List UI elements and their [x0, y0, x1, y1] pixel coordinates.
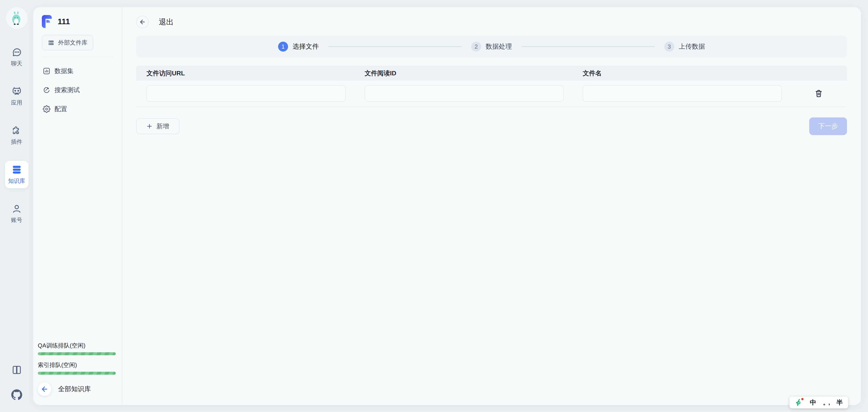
step-connector	[328, 46, 462, 47]
robot-icon	[11, 86, 22, 97]
step-data-processing: 2 数据处理	[471, 41, 512, 52]
ime-statusbar[interactable]: 中 。, 半	[789, 396, 848, 408]
rail-item-account[interactable]: 账号	[5, 200, 29, 227]
step-select-files: 1 选择文件	[278, 41, 319, 52]
kb-logo	[42, 15, 52, 28]
back-circle-button[interactable]	[38, 382, 51, 396]
step-number: 1	[278, 41, 288, 52]
all-knowledge-bases-link[interactable]: 全部知识库	[38, 382, 112, 396]
trash-icon	[815, 89, 823, 97]
rail-item-plugins[interactable]: 插件	[5, 122, 29, 149]
rail-item-label: 账号	[11, 216, 22, 224]
all-kb-label: 全部知识库	[58, 385, 91, 394]
queue-label: QA训练排队(空闲)	[38, 342, 112, 350]
rail-item-label: 应用	[11, 99, 22, 106]
rail-item-knowledge-base[interactable]: 知识库	[5, 161, 29, 188]
file-links-table: 文件访问URL 文件阅读ID 文件名	[136, 66, 847, 107]
sidebar-item-label: 搜索测试	[55, 86, 80, 94]
main-pane: 退出 1 选择文件 2 数据处理 3 上传数据 文件访问URL 文件阅读ID 文…	[122, 7, 861, 405]
avatar-creature	[8, 10, 25, 26]
step-connector	[521, 46, 655, 47]
next-step-button[interactable]: 下一步	[809, 117, 847, 135]
user-avatar[interactable]	[5, 7, 28, 29]
table-actions: 新增 下一步	[136, 117, 847, 135]
kb-sidebar-header: 111 外部文件库	[33, 7, 122, 57]
arrow-left-icon	[139, 19, 146, 25]
server-icon	[48, 39, 55, 46]
step-label: 上传数据	[679, 42, 705, 51]
sidebar-bottom: QA训练排队(空闲) 索引排队(空闲) 全部知识库	[33, 342, 122, 405]
ime-punct-mode[interactable]: 。,	[823, 399, 830, 407]
dataset-chart-icon	[43, 67, 51, 75]
sidebar-item-label: 配置	[55, 105, 67, 113]
kb-title: 111	[58, 17, 70, 26]
index-queue-progress-bar	[38, 372, 116, 375]
table-header-row: 文件访问URL 文件阅读ID 文件名	[136, 66, 847, 81]
ime-lang-mode[interactable]: 中	[810, 398, 816, 407]
exit-label: 退出	[159, 17, 174, 27]
queue-label: 索引排队(空闲)	[38, 361, 112, 369]
search-test-icon	[43, 86, 51, 94]
rail-item-chat[interactable]: 聊天	[5, 43, 29, 71]
step-label: 数据处理	[486, 42, 512, 51]
exit-back-button[interactable]	[136, 16, 149, 28]
plus-icon	[147, 123, 152, 129]
ime-width-mode[interactable]: 半	[836, 398, 843, 407]
app-rail: 聊天 应用 插件 知识库	[0, 0, 33, 412]
book-icon[interactable]	[11, 364, 22, 375]
add-row-label: 新增	[156, 122, 169, 130]
qa-training-queue: QA训练排队(空闲)	[38, 342, 112, 355]
user-icon	[11, 204, 22, 214]
step-label: 选择文件	[292, 42, 319, 51]
sidebar-item-dataset[interactable]: 数据集	[38, 63, 117, 79]
step-number: 3	[664, 41, 674, 52]
add-row-button[interactable]: 新增	[136, 118, 180, 134]
step-upload-data: 3 上传数据	[664, 41, 705, 52]
kb-type-badge: 外部文件库	[42, 35, 93, 51]
qa-queue-progress-bar	[38, 352, 116, 355]
rail-item-label: 插件	[11, 138, 22, 145]
column-header-url: 文件访问URL	[136, 69, 354, 78]
database-icon	[11, 165, 22, 175]
import-stepper: 1 选择文件 2 数据处理 3 上传数据	[136, 36, 847, 57]
rail-item-label: 聊天	[11, 60, 22, 67]
step-number: 2	[471, 41, 481, 52]
rail-footer	[11, 364, 22, 400]
ime-notification-dot	[801, 398, 804, 400]
workspace-card: 111 外部文件库 数据集	[33, 7, 861, 405]
rail-item-apps[interactable]: 应用	[5, 83, 29, 110]
chat-icon	[11, 47, 22, 57]
github-icon[interactable]	[11, 389, 22, 400]
column-header-read-id: 文件阅读ID	[354, 69, 572, 78]
import-topbar: 退出	[136, 16, 847, 29]
file-read-id-input[interactable]	[365, 85, 564, 101]
column-header-filename: 文件名	[572, 69, 790, 78]
arrow-left-icon	[41, 385, 49, 393]
rail-nav: 聊天 应用 插件 知识库	[5, 43, 29, 227]
kb-type-badge-label: 外部文件库	[58, 39, 88, 47]
table-row	[136, 81, 847, 107]
puzzle-icon	[11, 125, 22, 136]
sidebar-item-label: 数据集	[55, 67, 73, 75]
index-queue: 索引排队(空闲)	[38, 361, 112, 375]
sidebar-item-search-test[interactable]: 搜索测试	[38, 82, 117, 98]
ime-logo	[795, 399, 803, 407]
delete-row-button[interactable]	[790, 89, 847, 97]
file-url-input[interactable]	[147, 85, 346, 101]
kb-sidebar-menu: 数据集 搜索测试 配置	[33, 57, 122, 123]
sidebar-item-config[interactable]: 配置	[38, 101, 117, 117]
filename-input[interactable]	[583, 85, 782, 101]
rail-item-label: 知识库	[8, 177, 25, 185]
gear-icon	[43, 105, 51, 113]
kb-sidebar: 111 外部文件库 数据集	[33, 7, 122, 405]
